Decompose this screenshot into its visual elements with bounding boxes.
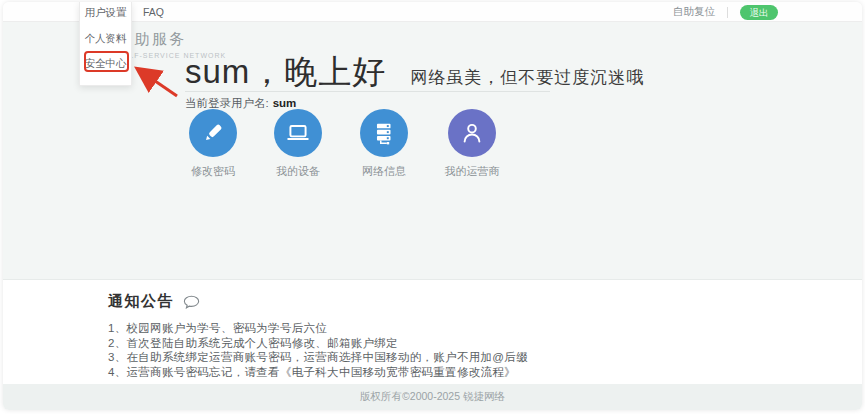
pencil-icon — [189, 109, 237, 157]
brand-title: 自助服务 — [118, 30, 226, 49]
menu-item-security-center[interactable]: 安全中心 — [80, 54, 131, 72]
shortcut-network-info[interactable]: 网络信息 — [348, 109, 420, 179]
laptop-icon — [274, 109, 322, 157]
shortcut-change-password[interactable]: 修改密码 — [177, 109, 249, 179]
topbar-right-group: 自助复位 退出 — [673, 2, 778, 22]
notice-item: 1、校园网账户为学号、密码为学号后六位 — [108, 321, 528, 336]
nav-item-faq[interactable]: FAQ — [143, 2, 164, 22]
shortcut-my-devices[interactable]: 我的设备 — [262, 109, 334, 179]
notice-title: 通知公告 — [108, 292, 174, 311]
notice-header: 通知公告 — [108, 292, 200, 311]
notice-item: 3、在自助系统绑定运营商账号密码，运营商选择中国移动的，账户不用加@后缀 — [108, 350, 528, 365]
speech-bubble-icon — [183, 295, 200, 309]
shortcut-my-carrier[interactable]: 我的运营商 — [436, 109, 508, 179]
footer: 版权所有©2000-2025 锐捷网络 — [3, 384, 862, 410]
person-icon — [448, 109, 496, 157]
screenshot-stage: 自助服务 SELF-SERVICE NETWORK sum，晚上好 网络虽美，但… — [0, 0, 865, 414]
vertical-divider — [727, 7, 728, 18]
logout-button[interactable]: 退出 — [740, 5, 778, 20]
greeting-row: sum，晚上好 网络虽美，但不要过度沉迷哦 — [185, 50, 644, 95]
copyright-text: 版权所有©2000-2025 锐捷网络 — [360, 390, 505, 404]
greeting-text: sum，晚上好 — [185, 50, 386, 95]
nav-item-self-reset[interactable]: 自助复位 — [673, 5, 715, 19]
current-user-label: 当前登录用户名: — [185, 97, 269, 109]
user-settings-dropdown: 用户设置 个人资料 安全中心 — [79, 2, 132, 86]
shortcut-label: 修改密码 — [177, 164, 249, 179]
current-user-value: sum — [273, 97, 297, 109]
menu-item-profile[interactable]: 个人资料 — [80, 29, 131, 47]
shortcut-label: 我的设备 — [262, 164, 334, 179]
notice-list: 1、校园网账户为学号、密码为学号后六位 2、首次登陆自助系统完成个人密码修改、邮… — [108, 321, 528, 379]
greeting-divider — [185, 91, 550, 92]
server-icon — [360, 109, 408, 157]
motto-text: 网络虽美，但不要过度沉迷哦 — [410, 66, 644, 89]
shortcut-label: 网络信息 — [348, 164, 420, 179]
nav-item-user-settings[interactable]: 用户设置 — [80, 2, 131, 22]
notice-section: 通知公告 1、校园网账户为学号、密码为学号后六位 2、首次登陆自助系统完成个人密… — [3, 280, 862, 384]
notice-item[interactable]: 4、运营商账号密码忘记，请查看《电子科大中国移动宽带密码重置修改流程》 — [108, 365, 528, 380]
app-window: 自助服务 SELF-SERVICE NETWORK sum，晚上好 网络虽美，但… — [3, 2, 862, 410]
notice-item: 2、首次登陆自助系统完成个人密码修改、邮箱账户绑定 — [108, 336, 528, 351]
shortcut-label: 我的运营商 — [436, 164, 508, 179]
